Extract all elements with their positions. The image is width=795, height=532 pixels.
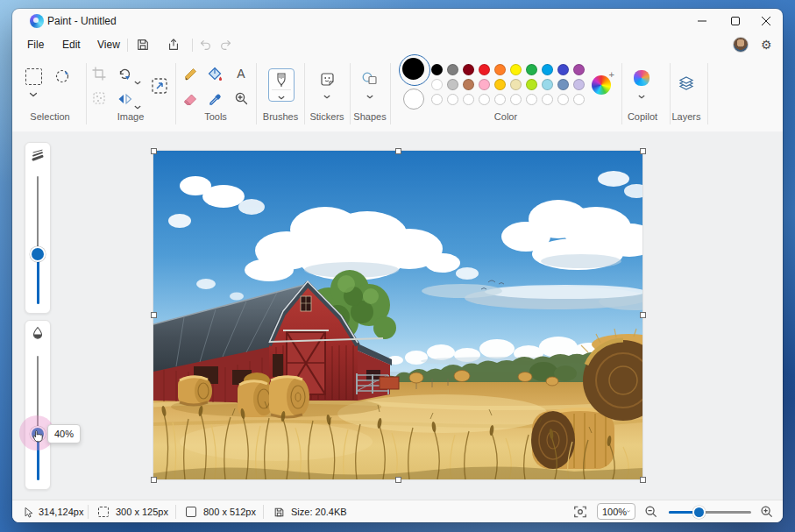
palette-color[interactable] — [479, 64, 490, 75]
palette-color[interactable] — [526, 64, 537, 75]
settings-gear-icon[interactable]: ⚙ — [761, 39, 772, 51]
palette-color[interactable] — [542, 79, 553, 90]
palette-empty-slot[interactable] — [447, 94, 458, 105]
palette-empty-slot[interactable] — [510, 94, 522, 105]
layers-button[interactable] — [676, 74, 697, 95]
hand-cursor-icon — [32, 428, 46, 443]
statusbar: 314,124px 300 x 125px 800 x 512px Size: … — [12, 500, 783, 522]
selection-handle-w[interactable] — [151, 312, 157, 318]
palette-empty-slot[interactable] — [526, 94, 537, 105]
canvas-image — [153, 151, 642, 479]
palette-empty-slot[interactable] — [463, 94, 474, 105]
account-avatar[interactable] — [733, 37, 749, 53]
palette-color[interactable] — [494, 79, 506, 90]
background-color-swatch[interactable] — [403, 89, 424, 110]
menu-view[interactable]: View — [89, 36, 128, 53]
size-slider-thumb[interactable] — [32, 248, 44, 260]
fill-button[interactable] — [204, 63, 225, 84]
foreground-color-swatch[interactable] — [399, 54, 430, 86]
color-picker-button[interactable] — [204, 88, 225, 109]
palette-empty-slot[interactable] — [479, 94, 490, 105]
palette-color[interactable] — [431, 79, 443, 90]
stickers-dropdown-chevron[interactable] — [323, 87, 330, 103]
palette-color[interactable] — [463, 79, 474, 90]
selection-handle-n[interactable] — [395, 148, 401, 154]
palette-color[interactable] — [557, 79, 569, 90]
magnifier-button[interactable] — [231, 88, 252, 109]
shapes-dropdown-chevron[interactable] — [366, 87, 373, 103]
titlebar[interactable]: Paint - Untitled — [12, 9, 783, 33]
palette-color[interactable] — [573, 64, 585, 75]
file-size-icon — [273, 507, 285, 518]
group-separator — [350, 63, 351, 124]
palette-color[interactable] — [557, 64, 569, 75]
size-slider-track[interactable] — [37, 176, 39, 254]
palette-color[interactable] — [526, 79, 537, 90]
shapes-icon — [361, 70, 379, 88]
menu-edit[interactable]: Edit — [54, 36, 89, 53]
close-button[interactable] — [749, 9, 783, 33]
zoom-slider-thumb[interactable] — [694, 507, 704, 517]
palette-color[interactable] — [542, 64, 553, 75]
resize-icon — [150, 76, 169, 96]
canvas-size-value: 800 x 512px — [203, 507, 256, 517]
fit-to-screen-icon[interactable] — [573, 505, 587, 519]
rotate-button[interactable] — [114, 63, 135, 84]
palette-color[interactable] — [479, 79, 490, 90]
resize-button[interactable] — [149, 75, 170, 96]
palette-color[interactable] — [510, 79, 522, 90]
copilot-dropdown-chevron[interactable] — [638, 87, 645, 103]
palette-empty-slot[interactable] — [557, 94, 569, 105]
copilot-button[interactable] — [631, 67, 652, 89]
selection-handle-se[interactable] — [640, 477, 646, 483]
palette-color[interactable] — [510, 64, 522, 75]
redo-button — [215, 36, 238, 53]
save-button[interactable] — [131, 36, 154, 53]
brushes-button[interactable] — [268, 68, 295, 102]
palette-empty-slot[interactable] — [494, 94, 506, 105]
zoom-out-icon[interactable] — [644, 505, 658, 519]
palette-color[interactable] — [463, 64, 474, 75]
selection-handle-nw[interactable] — [151, 148, 157, 154]
palette-color[interactable] — [447, 64, 458, 75]
palette-color[interactable] — [573, 79, 585, 90]
rectangle-select-button[interactable] — [23, 66, 44, 87]
group-separator — [621, 63, 622, 124]
eraser-icon — [182, 90, 198, 106]
share-button[interactable] — [162, 36, 185, 53]
free-select-button[interactable] — [53, 66, 74, 87]
selection-handle-e[interactable] — [640, 312, 646, 318]
flip-button[interactable] — [114, 88, 135, 109]
selection-size-value: 300 x 125px — [116, 507, 168, 517]
maximize-button[interactable] — [719, 9, 752, 33]
canvas-size-icon — [186, 507, 196, 517]
palette-color[interactable] — [494, 64, 506, 75]
sticker-icon — [319, 71, 336, 88]
selection-handle-ne[interactable] — [640, 148, 646, 154]
selection-handle-sw[interactable] — [151, 477, 157, 483]
edit-colors-wheel-button[interactable] — [592, 75, 611, 95]
drawing-canvas[interactable] — [153, 151, 642, 479]
brush-icon — [274, 72, 288, 88]
selection-handle-s[interactable] — [395, 477, 401, 483]
palette-empty-slot[interactable] — [431, 94, 443, 105]
window-title: Paint - Untitled — [47, 15, 117, 27]
pencil-button[interactable] — [180, 63, 201, 84]
size-slider-fill[interactable] — [37, 254, 39, 304]
zoom-in-icon[interactable] — [760, 505, 774, 519]
pencil-icon — [183, 67, 198, 82]
menu-file[interactable]: File — [19, 36, 52, 53]
copilot-icon — [634, 70, 649, 86]
text-tool-button[interactable]: A — [231, 63, 252, 84]
eraser-button[interactable] — [180, 88, 201, 109]
palette-empty-slot[interactable] — [573, 94, 585, 105]
minimize-button[interactable] — [685, 9, 719, 33]
zoom-level-dropdown[interactable]: 100% — [597, 503, 635, 520]
brushes-dropdown-chevron[interactable] — [278, 88, 285, 103]
palette-color[interactable] — [447, 79, 458, 90]
selection-dropdown-chevron[interactable] — [30, 85, 38, 101]
rotate-dropdown-chevron[interactable] — [134, 73, 141, 89]
thickness-icon — [31, 149, 45, 161]
palette-color[interactable] — [431, 64, 443, 75]
palette-empty-slot[interactable] — [542, 94, 553, 105]
